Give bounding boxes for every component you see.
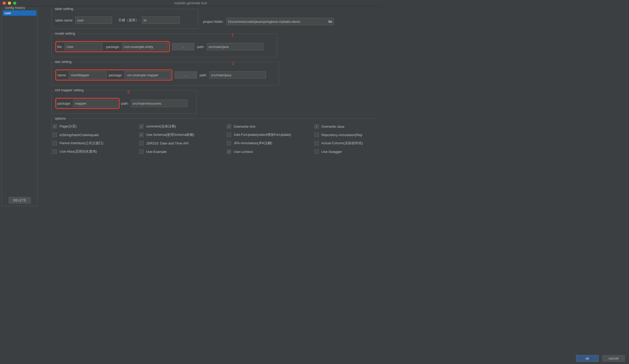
model-setting-legend: model setting	[54, 31, 76, 35]
dao-package-input[interactable]	[125, 71, 170, 79]
checkbox-icon[interactable]	[139, 149, 143, 154]
options-legend: options	[54, 116, 67, 120]
xml-setting-legend: xml mapper setting	[54, 88, 85, 92]
checkbox-icon[interactable]	[53, 149, 57, 154]
xml-path-input[interactable]	[131, 100, 188, 107]
model-file-input[interactable]	[65, 43, 102, 50]
annotation-1: 1	[231, 33, 234, 38]
model-path-input[interactable]	[207, 43, 263, 50]
option-checkbox[interactable]: JPA-Annotation(JPA注解)	[227, 141, 314, 146]
option-label: Use-Swagger	[321, 150, 342, 154]
option-checkbox[interactable]: Use-Alias(启用别名查询)	[53, 149, 139, 154]
option-checkbox[interactable]: toString/hashCode/equals	[53, 132, 139, 137]
project-folder-input[interactable]	[226, 18, 334, 25]
close-icon[interactable]	[3, 2, 6, 5]
dao-name-input[interactable]	[69, 71, 106, 79]
checkbox-icon[interactable]	[227, 124, 231, 129]
delete-button[interactable]: DELETE	[9, 197, 31, 204]
project-folder-label: project folder:	[203, 20, 224, 24]
option-label: toString/hashCode/equals	[60, 133, 99, 137]
checkbox-icon[interactable]	[139, 133, 143, 137]
project-folder-row: project folder:	[203, 18, 334, 25]
config-history-list[interactable]: user	[3, 10, 36, 195]
checkbox-icon[interactable]	[139, 141, 143, 145]
options-group: options Page(分页)comment(实体注释)Overwrite-X…	[51, 119, 377, 157]
option-label: Use-Schema(使用Schema前缀)	[146, 132, 194, 137]
option-label: Parent-Interface(公共父接口)	[60, 141, 103, 146]
option-checkbox[interactable]: Use-Lombox	[227, 149, 314, 154]
checkbox-icon[interactable]	[53, 124, 57, 129]
minimize-icon[interactable]	[8, 2, 11, 5]
xml-setting-group: xml mapper setting 3 package: path:	[51, 90, 197, 114]
config-history-legend: config history	[4, 6, 26, 10]
table-setting-group: table setting table name: 主键（选填）:	[51, 9, 198, 29]
option-checkbox[interactable]: Use-Swagger	[314, 149, 376, 154]
model-path-label: path:	[197, 45, 205, 49]
option-checkbox[interactable]: Use-Schema(使用Schema前缀)	[139, 132, 227, 137]
xml-package-label: package:	[57, 101, 71, 105]
option-label: Overwrite-Xml	[234, 125, 255, 129]
option-checkbox[interactable]: Parent-Interface(公共父接口)	[53, 141, 139, 146]
option-label: Add-ForUpdate(select增加ForUpdate)	[234, 132, 291, 137]
option-checkbox[interactable]: Repository-Annotation(Rep	[314, 132, 376, 137]
option-checkbox[interactable]: Use-Example	[139, 149, 227, 154]
option-checkbox[interactable]: Page(分页)	[53, 124, 139, 129]
window-title: mybatis generate tool	[174, 1, 207, 5]
option-label: comment(实体注释)	[146, 124, 176, 129]
xml-redbox: package:	[55, 98, 120, 109]
folder-icon[interactable]	[328, 20, 332, 23]
pk-input[interactable]	[142, 17, 180, 24]
option-label: Use-Alias(启用别名查询)	[60, 149, 97, 154]
titlebar: mybatis generate tool	[0, 0, 381, 6]
dao-setting-legend: dao setting	[54, 60, 73, 64]
dao-setting-group: dao setting 2 name: package: ... path:	[51, 62, 279, 85]
checkbox-icon[interactable]	[314, 149, 319, 154]
option-checkbox[interactable]: comment(实体注释)	[139, 124, 227, 129]
checkbox-icon[interactable]	[314, 141, 319, 145]
dao-path-label: path:	[200, 73, 207, 77]
checkbox-icon[interactable]	[227, 133, 231, 137]
dao-name-label: name:	[57, 73, 67, 77]
checkbox-icon[interactable]	[227, 141, 231, 145]
model-browse-button[interactable]: ...	[172, 43, 194, 50]
option-checkbox[interactable]: Overwrite-Java	[314, 124, 376, 129]
dao-package-label: package:	[109, 73, 122, 77]
dao-browse-button[interactable]: ...	[174, 71, 197, 79]
option-label: Use-Example	[146, 150, 167, 154]
option-label: Page(分页)	[60, 124, 77, 129]
option-checkbox[interactable]: Add-ForUpdate(select增加ForUpdate)	[227, 132, 314, 137]
annotation-2: 2	[232, 61, 234, 66]
window-controls	[0, 2, 16, 5]
model-redbox: file: package:	[55, 41, 170, 52]
checkbox-icon[interactable]	[227, 149, 231, 154]
config-history-item[interactable]: user	[3, 10, 36, 16]
model-package-input[interactable]	[122, 43, 168, 50]
maximize-icon[interactable]	[13, 2, 16, 5]
table-name-label: table name:	[55, 18, 73, 22]
model-package-label: package:	[106, 45, 120, 49]
main-panel: table setting table name: 主键（选填）: projec…	[39, 6, 381, 209]
checkbox-icon[interactable]	[53, 133, 57, 137]
option-label: Use-Lombox	[234, 150, 253, 154]
option-label: Overwrite-Java	[321, 125, 344, 129]
checkbox-icon[interactable]	[53, 141, 57, 145]
option-checkbox[interactable]: JSR310: Date and Time API	[139, 141, 227, 146]
table-setting-legend: table setting	[54, 7, 74, 11]
option-label: Actual-Column(实际的列名)	[321, 141, 363, 146]
option-checkbox[interactable]: Overwrite-Xml	[227, 124, 314, 129]
table-name-input[interactable]	[75, 17, 112, 24]
checkbox-icon[interactable]	[139, 124, 143, 129]
sidebar: config history user DELETE	[0, 6, 39, 209]
option-checkbox[interactable]: Actual-Column(实际的列名)	[314, 141, 376, 146]
checkbox-icon[interactable]	[314, 133, 319, 137]
xml-package-input[interactable]	[73, 100, 118, 107]
dao-redbox: name: package:	[55, 69, 172, 81]
option-label: Repository-Annotation(Rep	[321, 133, 363, 137]
option-label: JSR310: Date and Time API	[146, 141, 189, 145]
model-file-label: file:	[57, 45, 62, 49]
checkbox-icon[interactable]	[314, 124, 319, 129]
pk-label: 主键（选填）:	[118, 18, 140, 23]
dao-path-input[interactable]	[209, 71, 266, 79]
annotation-3: 3	[127, 90, 130, 95]
model-setting-group: model setting 1 file: package: ... path:	[51, 34, 277, 57]
